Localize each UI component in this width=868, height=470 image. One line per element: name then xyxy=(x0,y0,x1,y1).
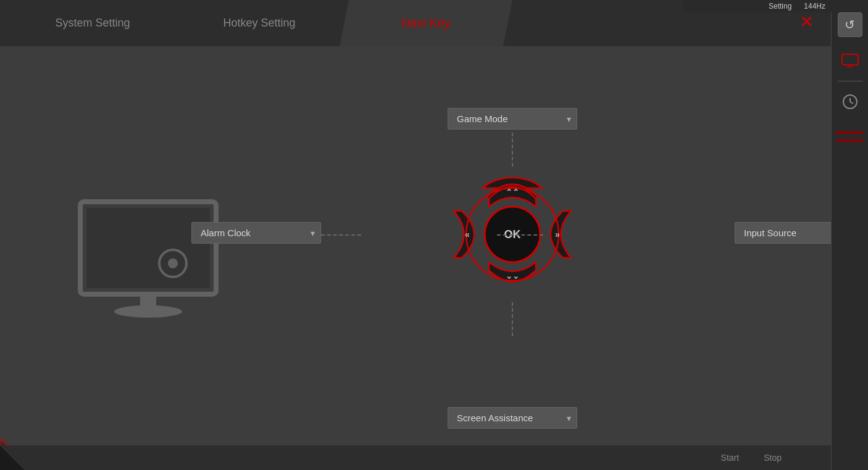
monitor-icon-btn[interactable] xyxy=(838,48,862,73)
sidebar-divider xyxy=(838,81,862,81)
left-dropdown-wrapper: Alarm Clock Off 30 min 60 min xyxy=(191,222,321,244)
svg-rect-13 xyxy=(842,54,858,65)
dashed-line-right xyxy=(497,234,543,236)
alarm-clock-select[interactable]: Alarm Clock Off 30 min 60 min xyxy=(191,222,321,244)
clock-icon-btn[interactable] xyxy=(838,89,862,114)
svg-text:⌄⌄: ⌄⌄ xyxy=(506,271,519,281)
svg-point-3 xyxy=(168,258,178,268)
svg-text:«: « xyxy=(465,229,470,239)
sidebar-red-section xyxy=(832,131,868,142)
top-dropdown-wrapper: Game Mode FPS Mode RTS Mode RPG Mode xyxy=(448,108,577,130)
svg-text:⌃⌃: ⌃⌃ xyxy=(506,188,519,197)
tab-hotkey[interactable]: Hotkey Setting xyxy=(173,0,346,46)
controller-area: Game Mode FPS Mode RTS Mode RPG Mode xyxy=(296,96,728,441)
setting-label: Setting xyxy=(769,2,791,10)
svg-rect-1 xyxy=(86,208,210,288)
red-item-1 xyxy=(836,131,864,134)
reset-button[interactable]: ↺ xyxy=(838,12,862,37)
stop-button[interactable]: Stop xyxy=(764,453,782,463)
content-area: Game Mode FPS Mode RTS Mode RPG Mode xyxy=(0,46,831,470)
dashed-line-left xyxy=(315,234,361,236)
dashed-line-bottom xyxy=(512,302,513,336)
dashed-line-top xyxy=(512,133,513,167)
bottom-bar: Start Stop xyxy=(0,445,831,470)
svg-line-18 xyxy=(850,102,853,104)
monitor-illustration xyxy=(74,196,222,321)
hz-label: 144Hz xyxy=(804,2,825,10)
close-button[interactable]: ✕ xyxy=(794,9,819,34)
sidebar: Setting 144Hz ↺ xyxy=(831,0,868,470)
bottom-dropdown-wrapper: Screen Assistance Off Crosshair Timer xyxy=(448,407,577,429)
main-window: System Setting Hotkey Setting Navi Key ✕ xyxy=(0,0,831,470)
sidebar-top-info: Setting 144Hz xyxy=(683,0,832,12)
start-button[interactable]: Start xyxy=(721,453,740,463)
svg-point-5 xyxy=(114,305,182,318)
svg-text:»: » xyxy=(555,229,560,239)
game-mode-select[interactable]: Game Mode FPS Mode RTS Mode RPG Mode xyxy=(448,108,577,130)
tab-system[interactable]: System Setting xyxy=(6,0,179,46)
red-item-2 xyxy=(836,139,864,142)
screen-assistance-select[interactable]: Screen Assistance Off Crosshair Timer xyxy=(448,407,577,429)
tab-navi[interactable]: Navi Key xyxy=(340,0,512,46)
